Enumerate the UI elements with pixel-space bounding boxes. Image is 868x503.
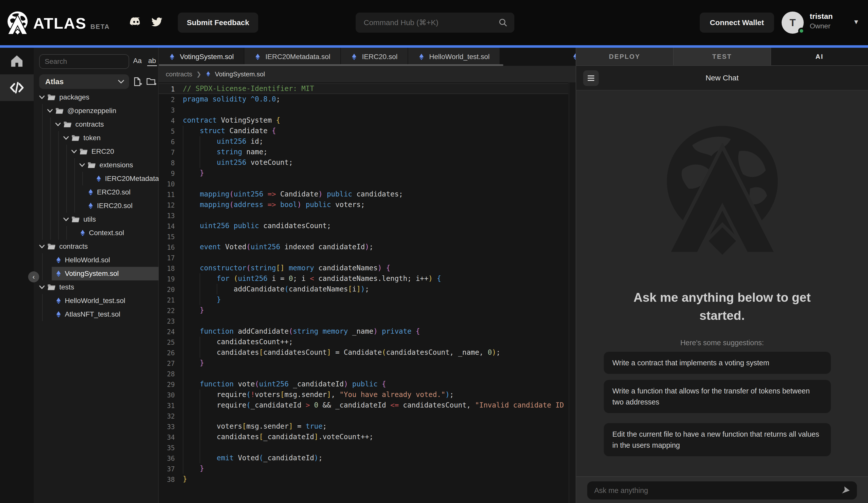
tree-item-ierc20metadata-sol[interactable]: IERC20Metadata.sol — [34, 172, 159, 185]
tab-scrollbar[interactable] — [159, 64, 503, 66]
new-file-icon[interactable] — [133, 77, 142, 86]
twitter-icon[interactable] — [151, 17, 163, 27]
chevron-down-icon — [63, 217, 69, 221]
code-line-15[interactable]: 15 — [159, 231, 568, 242]
brand[interactable]: ATLAS BETA — [6, 11, 110, 36]
send-icon[interactable] — [841, 486, 850, 495]
whole-word-icon[interactable]: ab — [147, 57, 157, 66]
tree-item--openzeppelin[interactable]: @openzeppelin — [34, 104, 159, 117]
code-line-14[interactable]: 14 uint256 public candidatesCount; — [159, 220, 568, 231]
tree-item-tests[interactable]: tests — [34, 280, 159, 294]
match-case-icon[interactable]: Aa — [133, 57, 142, 65]
code-line-9[interactable]: 9 } — [159, 168, 568, 178]
editor-scrollbar[interactable] — [569, 82, 576, 503]
discord-icon[interactable] — [130, 17, 142, 27]
workspace-select[interactable]: Atlas — [39, 74, 129, 89]
tree-item-extensions[interactable]: extensions — [34, 158, 159, 172]
tree-item-helloworld-test-sol[interactable]: HelloWorld_test.sol — [34, 294, 159, 308]
code-line-5[interactable]: 5 struct Candidate { — [159, 126, 568, 136]
tab-overflow-sliver[interactable] — [572, 48, 576, 66]
chevron-down-icon[interactable]: ▼ — [853, 18, 859, 26]
code-line-10[interactable]: 10 — [159, 178, 568, 189]
code-line-20[interactable]: 20 addCandidate(candidateNames[i]); — [159, 284, 568, 295]
code-line-1[interactable]: 1 // SPDX-License-Identifier: MIT — [159, 83, 568, 94]
chat-input[interactable] — [587, 486, 841, 495]
tree-item-utils[interactable]: utils — [34, 213, 159, 226]
code-line-17[interactable]: 17 — [159, 252, 568, 263]
solidity-file-icon — [205, 70, 211, 79]
code-line-27[interactable]: 27 } — [159, 358, 568, 368]
code-line-13[interactable]: 13 — [159, 210, 568, 220]
tree-item-erc20-sol[interactable]: ERC20.sol — [34, 185, 159, 199]
code-line-31[interactable]: 31 require(_candidateId > 0 && _candidat… — [159, 400, 568, 411]
connect-wallet-button[interactable]: Connect Wallet — [700, 12, 774, 33]
code-editor[interactable]: 1 // SPDX-License-Identifier: MIT2 pragm… — [159, 82, 576, 503]
tab-test[interactable]: TEST — [674, 48, 771, 65]
breadcrumb[interactable]: contracts ❯ VotingSystem.sol — [159, 66, 576, 82]
code-line-22[interactable]: 22 } — [159, 305, 568, 316]
tab-deploy[interactable]: DEPLOY — [576, 48, 674, 65]
tree-item-erc20[interactable]: ERC20 — [34, 145, 159, 158]
code-line-33[interactable]: 33 voters[msg.sender] = true; — [159, 421, 568, 432]
code-line-21[interactable]: 21 } — [159, 295, 568, 305]
code-line-37[interactable]: 37 } — [159, 463, 568, 474]
code-line-24[interactable]: 24 function addCandidate(string memory _… — [159, 326, 568, 337]
code-line-4[interactable]: 4 contract VotingSystem { — [159, 115, 568, 126]
tab-helloworld-test-sol[interactable]: HelloWorld_test.sol — [408, 48, 500, 66]
suggestion-card-3[interactable]: Edit the current file to have a new func… — [604, 423, 831, 456]
tree-item-atlasnft-test-sol[interactable]: AtlasNFT_test.sol — [34, 308, 159, 321]
breadcrumb-folder[interactable]: contracts — [166, 70, 193, 78]
line-number: 2 — [159, 94, 175, 104]
tab-ierc20metadata-sol[interactable]: IERC20Metadata.sol — [244, 48, 341, 66]
suggestion-card-1[interactable]: Write a contract that implements a votin… — [604, 352, 831, 374]
code-line-11[interactable]: 11 mapping(uint256 => Candidate) public … — [159, 189, 568, 199]
code-line-25[interactable]: 25 candidatesCount++; — [159, 337, 568, 347]
search-icon — [499, 18, 507, 27]
code-line-7[interactable]: 7 string name; — [159, 147, 568, 157]
command-hub-input[interactable] — [355, 18, 499, 27]
code-line-32[interactable]: 32 — [159, 411, 568, 421]
breadcrumb-file[interactable]: VotingSystem.sol — [215, 70, 265, 78]
code-line-26[interactable]: 26 candidates[candidatesCount] = Candida… — [159, 347, 568, 358]
tab-ierc20-sol[interactable]: IERC20.sol — [341, 48, 408, 66]
tree-item-contracts[interactable]: contracts — [34, 117, 159, 131]
tab-ai[interactable]: AI — [771, 48, 868, 65]
suggestion-card-2[interactable]: Write a function that allows for the tra… — [604, 380, 831, 413]
tree-item-packages[interactable]: packages — [34, 91, 159, 104]
collapse-explorer-button[interactable]: ‹ — [28, 271, 39, 283]
tree-item-votingsystem-sol[interactable]: VotingSystem.sol — [34, 267, 159, 280]
avatar[interactable]: T — [782, 12, 804, 34]
chat-menu-button[interactable] — [583, 70, 599, 86]
new-folder-icon[interactable] — [146, 77, 157, 86]
code-line-23[interactable]: 23 — [159, 316, 568, 326]
tree-item-context-sol[interactable]: Context.sol — [34, 226, 159, 240]
tree-item-helloworld-sol[interactable]: HelloWorld.sol — [34, 253, 159, 267]
user-menu[interactable]: tristan Owner — [810, 12, 833, 30]
code-line-30[interactable]: 30 require(!voters[msg.sender], "You hav… — [159, 389, 568, 400]
tree-item-ierc20-sol[interactable]: IERC20.sol — [34, 199, 159, 213]
chat-input-bar — [576, 476, 868, 503]
tree-item-contracts[interactable]: contracts — [34, 240, 159, 253]
code-line-28[interactable]: 28 — [159, 368, 568, 379]
code-line-34[interactable]: 34 candidates[_candidateId].voteCount++; — [159, 432, 568, 442]
tree-item-token[interactable]: token — [34, 131, 159, 145]
search-input[interactable] — [39, 54, 129, 69]
code-line-36[interactable]: 36 emit Voted(_candidateId); — [159, 453, 568, 463]
code-line-2[interactable]: 2 pragma solidity ^0.8.0; — [159, 94, 568, 104]
code-line-18[interactable]: 18 constructor(string[] memory candidate… — [159, 263, 568, 273]
code-line-38[interactable]: 38 } — [159, 474, 568, 484]
code-line-3[interactable]: 3 — [159, 104, 568, 115]
code-line-16[interactable]: 16 event Voted(uint256 indexed candidate… — [159, 242, 568, 252]
code-line-8[interactable]: 8 uint256 voteCount; — [159, 157, 568, 168]
chevron-down-icon — [55, 122, 61, 126]
command-hub[interactable] — [355, 12, 514, 33]
code-line-35[interactable]: 35 — [159, 442, 568, 453]
code-line-12[interactable]: 12 mapping(address => bool) public voter… — [159, 199, 568, 210]
code-explorer-button[interactable] — [0, 74, 34, 101]
code-line-29[interactable]: 29 function vote(uint256 _candidateId) p… — [159, 379, 568, 389]
tab-votingsystem-sol[interactable]: VotingSystem.sol — [159, 48, 244, 66]
code-line-19[interactable]: 19 for (uint256 i = 0; i < candidateName… — [159, 273, 568, 284]
submit-feedback-button[interactable]: Submit Feedback — [178, 12, 258, 33]
home-button[interactable] — [0, 48, 34, 74]
code-line-6[interactable]: 6 uint256 id; — [159, 136, 568, 147]
